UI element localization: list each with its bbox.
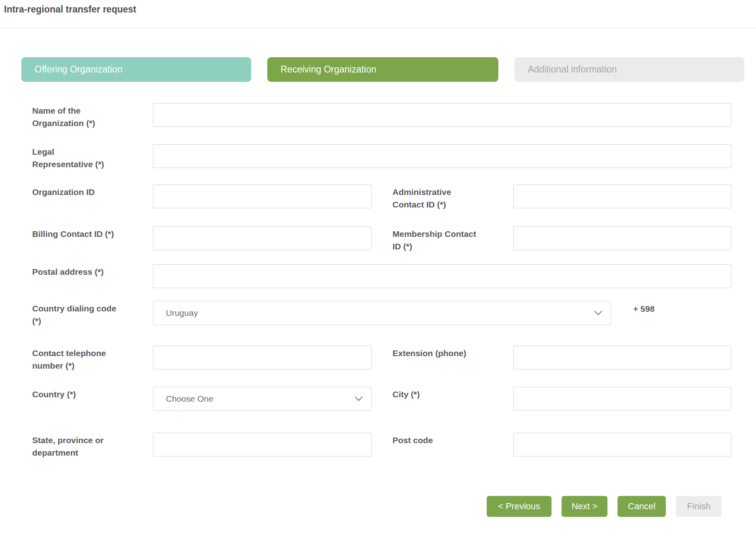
country-selected-value: Choose One — [166, 394, 213, 404]
country-dialing-code-label: Country dialing code (*) — [32, 301, 153, 327]
billing-contact-id-label: Billing Contact ID (*) — [32, 226, 153, 250]
row-postal-address: Postal address (*) — [32, 264, 731, 288]
name-of-organization-label: Name of the Organization (*) — [32, 103, 153, 129]
country-label: Country (*) — [32, 387, 153, 411]
postal-address-label: Postal address (*) — [32, 264, 153, 278]
state-province-department-input[interactable] — [153, 433, 372, 456]
cancel-button[interactable]: Cancel — [618, 496, 666, 517]
row-organization-id: Organization ID Administrative Contact I… — [32, 185, 731, 211]
post-code-label: Post code — [392, 433, 513, 456]
country-dialing-code-selected-value: Uruguay — [166, 308, 198, 318]
row-billing-contact-id: Billing Contact ID (*) Membership Contac… — [32, 226, 731, 253]
wizard-button-bar: < Previous Next > Cancel Finish — [32, 496, 731, 517]
wizard-tabs: Offering Organization Receiving Organiza… — [21, 57, 756, 82]
organization-id-label: Organization ID — [32, 185, 153, 208]
previous-button[interactable]: < Previous — [487, 496, 552, 517]
administrative-contact-id-input[interactable] — [513, 185, 731, 208]
tab-receiving-organization[interactable]: Receiving Organization — [267, 57, 498, 82]
administrative-contact-id-label: Administrative Contact ID (*) — [392, 185, 513, 211]
organization-id-input[interactable] — [153, 185, 372, 208]
row-country: Country (*) Choose One City (*) — [32, 387, 731, 411]
country-select[interactable]: Choose One — [153, 387, 372, 411]
finish-button: Finish — [676, 496, 722, 517]
membership-contact-id-label: Membership Contact ID (*) — [392, 226, 513, 253]
city-input[interactable] — [513, 387, 731, 411]
country-dialing-code-select[interactable]: Uruguay — [153, 301, 611, 325]
billing-contact-id-input[interactable] — [153, 226, 372, 250]
row-state-province: State, province or department Post code — [32, 433, 731, 459]
postal-address-input[interactable] — [153, 264, 731, 288]
contact-telephone-number-input[interactable] — [153, 346, 372, 369]
state-province-department-label: State, province or department — [32, 433, 153, 459]
row-contact-telephone: Contact telephone number (*) Extension (… — [32, 346, 731, 372]
row-name-of-organization: Name of the Organization (*) — [32, 103, 731, 129]
chevron-down-icon — [594, 311, 602, 315]
dialing-code-prefix: + 598 — [633, 301, 655, 314]
page-title: Intra-regional transfer request — [4, 4, 756, 15]
contact-telephone-number-label: Contact telephone number (*) — [32, 346, 153, 372]
tab-offering-organization[interactable]: Offering Organization — [21, 57, 251, 82]
tab-additional-information[interactable]: Additional information — [514, 57, 744, 82]
legal-representative-label: Legal Representative (*) — [32, 144, 153, 170]
chevron-down-icon — [355, 396, 363, 401]
post-code-input[interactable] — [513, 433, 731, 456]
tab-receiving-organization-label: Receiving Organization — [281, 64, 376, 75]
receiving-organization-form: Name of the Organization (*) Legal Repre… — [0, 103, 756, 517]
name-of-organization-input[interactable] — [153, 103, 731, 127]
city-label: City (*) — [392, 387, 513, 411]
row-legal-representative: Legal Representative (*) — [32, 144, 731, 170]
tab-offering-organization-label: Offering Organization — [35, 64, 122, 75]
next-button[interactable]: Next > — [562, 496, 607, 517]
legal-representative-input[interactable] — [153, 144, 731, 168]
row-country-dialing-code: Country dialing code (*) Uruguay + 598 — [32, 301, 731, 327]
page-header: Intra-regional transfer request — [0, 0, 756, 29]
extension-phone-label: Extension (phone) — [392, 346, 513, 369]
tab-additional-information-label: Additional information — [528, 64, 617, 75]
membership-contact-id-input[interactable] — [513, 226, 731, 250]
extension-phone-input[interactable] — [513, 346, 731, 369]
